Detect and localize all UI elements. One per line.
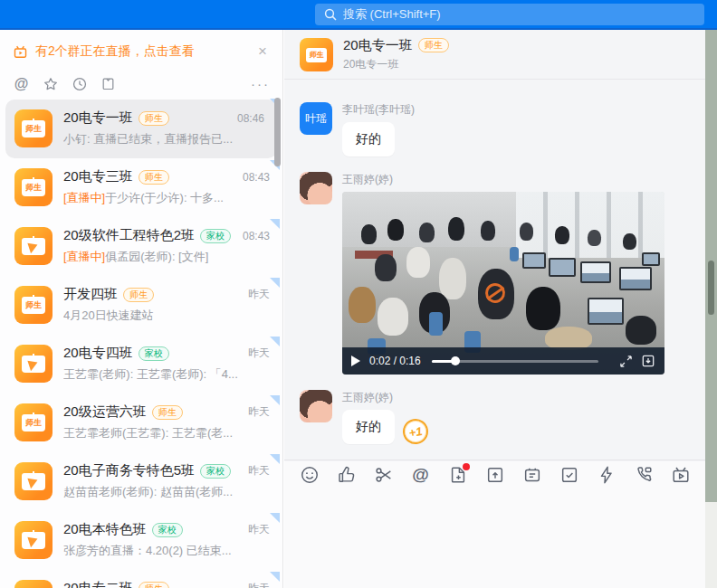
- flag-corner-icon: [270, 395, 280, 405]
- group-avatar: 师生: [14, 109, 53, 147]
- badge-jiaxiao: 家校: [200, 229, 231, 243]
- chat-list-item-8[interactable]: 师生 20电专二班 师生 昨天: [0, 570, 282, 588]
- message-input-area[interactable]: [284, 488, 705, 588]
- group-avatar: [14, 462, 53, 500]
- flag-corner-icon: [270, 572, 280, 582]
- sender-avatar[interactable]: [300, 172, 332, 204]
- flag-corner-icon: [270, 219, 280, 229]
- video-time: 0:02 / 0:16: [369, 355, 421, 367]
- chat-preview: [直播中]于少许(于少许): 十多...: [63, 190, 270, 206]
- group-avatar: [14, 521, 53, 559]
- screenshot-scissors-icon[interactable]: [373, 465, 394, 486]
- send-file-icon[interactable]: [484, 465, 505, 486]
- chat-time: 08:46: [237, 112, 264, 125]
- search-placeholder: 搜索 (Ctrl+Shift+F): [343, 6, 441, 23]
- chat-header-badge: 师生: [418, 38, 449, 52]
- sender-avatar[interactable]: 叶瑶: [300, 102, 332, 135]
- fullscreen-icon[interactable]: [619, 355, 633, 368]
- video-thumbnail[interactable]: 0:02 / 0:16: [342, 192, 664, 375]
- download-icon[interactable]: [641, 354, 655, 368]
- sender-name: 李叶瑶(李叶瑶): [342, 102, 415, 118]
- search-input[interactable]: 搜索 (Ctrl+Shift+F): [315, 4, 704, 25]
- chat-title: 开发四班: [63, 286, 118, 303]
- flag-corner-icon: [270, 454, 280, 464]
- chat-preview: [直播中]俱孟园(老师): [文件]: [63, 249, 270, 265]
- chat-title: 20电子商务专特色5班: [63, 462, 195, 479]
- chat-preview: 王艺霏(老师): 王艺霏(老师): 「4...: [63, 366, 270, 383]
- chat-preview: 赵苗苗老师(老师): 赵苗苗(老师...: [63, 484, 270, 500]
- emoji-icon[interactable]: [299, 465, 320, 486]
- notes-card-icon[interactable]: [521, 465, 542, 486]
- mention-filter-icon[interactable]: @: [13, 75, 30, 92]
- badge-shisheng: 师生: [152, 405, 183, 420]
- chat-time: 昨天: [248, 287, 270, 302]
- chat-list-item-7[interactable]: 20电本特色班 家校 昨天 张彦芳的直播：4.20(2) 已结束...: [0, 511, 282, 570]
- sender-avatar[interactable]: [300, 390, 332, 422]
- live-stream-icon[interactable]: [670, 465, 691, 486]
- chat-time: 08:43: [243, 230, 270, 242]
- desktop-edge: [705, 30, 717, 588]
- banner-close-icon[interactable]: ×: [255, 43, 270, 61]
- chat-title: 20级运营六班: [63, 403, 147, 421]
- message-row: 王雨婷(婷): [300, 172, 705, 375]
- chat-header-title: 20电专一班: [343, 37, 413, 54]
- flag-corner-icon: [270, 337, 280, 346]
- flash-icon[interactable]: [596, 465, 617, 486]
- chat-list-item-2[interactable]: 20级软件工程特色2班 家校 08:43 [直播中]俱孟园(老师): [文件]: [0, 217, 282, 276]
- live-tv-icon: [13, 44, 28, 60]
- live-groups-banner[interactable]: 有2个群正在直播，点击查看 ×: [0, 30, 282, 66]
- notification-dot: [463, 463, 470, 470]
- new-doc-icon[interactable]: [447, 465, 468, 486]
- chat-title: 20电专四班: [63, 345, 133, 362]
- search-icon: [324, 8, 337, 21]
- chat-list-item-5[interactable]: 师生 20级运营六班 师生 昨天 王艺霏老师(王艺霏): 王艺霏(老...: [0, 394, 282, 452]
- chat-list-item-6[interactable]: 20电子商务专特色5班 家校 昨天 赵苗苗老师(老师): 赵苗苗(老师...: [0, 452, 282, 511]
- chat-header: 师生 20电专一班 师生 20电专一班: [284, 30, 705, 80]
- chat-preview: 4月20日快速建站: [63, 308, 270, 324]
- task-icon[interactable]: [559, 465, 579, 486]
- dingtalk-window: 搜索 (Ctrl+Shift+F) 有2个群正在直播，点击查看 × @: [0, 0, 717, 588]
- board-filter-icon[interactable]: [100, 75, 117, 92]
- badge-shisheng: 师生: [123, 288, 154, 302]
- badge-shisheng: 师生: [139, 111, 169, 126]
- badge-jiaxiao: 家校: [200, 464, 231, 479]
- desktop-scrollbar[interactable]: [708, 261, 714, 315]
- star-filter-icon[interactable]: [42, 75, 59, 92]
- video-progress-bar[interactable]: [432, 360, 598, 363]
- chat-time: 08:43: [243, 171, 270, 184]
- badge-jiaxiao: 家校: [139, 346, 169, 361]
- sidebar-scrollbar[interactable]: [274, 98, 281, 166]
- message-bubble: 好的: [342, 122, 395, 156]
- chat-time: 昨天: [248, 522, 270, 537]
- chat-header-subtitle: 20电专一班: [343, 57, 449, 72]
- chat-time: 昨天: [248, 404, 270, 420]
- chat-time: 昨天: [248, 463, 270, 479]
- sender-name: 王雨婷(婷): [342, 172, 664, 187]
- video-call-icon[interactable]: [633, 465, 654, 486]
- chat-preview: 王艺霏老师(王艺霏): 王艺霏(老...: [63, 425, 270, 441]
- chat-list-item-0[interactable]: 师生 20电专一班 师生 08:46 小钉: 直播已结束，直播报告已...: [5, 100, 277, 158]
- chat-title: 20电本特色班: [63, 521, 147, 538]
- chat-area: 师生 20电专一班 师生 20电专一班 叶瑶 李叶瑶(李叶瑶) 好的: [284, 30, 705, 588]
- chat-list-item-1[interactable]: 师生 20电专三班 师生 08:43 [直播中]于少许(于少许): 十多...: [0, 158, 282, 217]
- video-controls: 0:02 / 0:16: [342, 347, 664, 375]
- clock-filter-icon[interactable]: [71, 75, 88, 92]
- chat-title: 20电专二班: [63, 580, 133, 588]
- message-toolbar: @: [284, 461, 705, 488]
- play-button[interactable]: [351, 356, 360, 366]
- group-avatar: [14, 345, 53, 383]
- progress-handle[interactable]: [451, 356, 460, 365]
- chat-list-item-3[interactable]: 师生 开发四班 师生 昨天 4月20日快速建站: [0, 276, 282, 335]
- live-banner-text: 有2个群正在直播，点击查看: [35, 43, 248, 60]
- group-avatar: 师生: [14, 403, 53, 441]
- chat-time: 昨天: [248, 346, 270, 361]
- chat-title: 20电专三班: [63, 168, 133, 185]
- chat-list-item-4[interactable]: 20电专四班 家校 昨天 王艺霏(老师): 王艺霏(老师): 「4...: [0, 335, 282, 394]
- sidebar: 有2个群正在直播，点击查看 × @ ···: [0, 30, 283, 588]
- plus-one-reaction[interactable]: +1: [401, 417, 430, 446]
- mention-icon[interactable]: @: [410, 465, 431, 486]
- thumbs-up-icon[interactable]: [336, 465, 357, 486]
- chat-time: 昨天: [248, 581, 270, 588]
- filter-row: @ ···: [0, 66, 282, 100]
- more-icon[interactable]: ···: [251, 76, 270, 91]
